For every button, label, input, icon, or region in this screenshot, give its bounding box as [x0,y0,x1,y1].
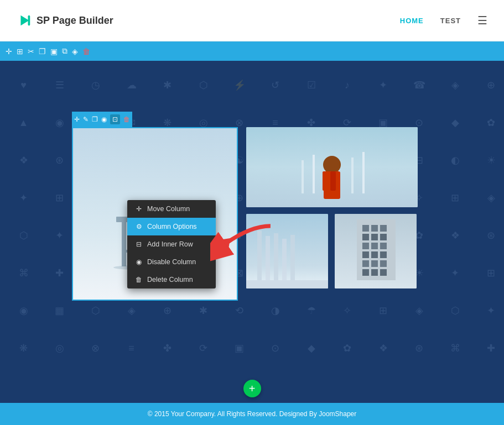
duplicate-toolbar-icon[interactable]: ❐ [39,47,46,56]
svg-rect-29 [362,234,369,240]
context-menu: ✛ Move Column ⚙ Column Options ⊟ Add Inn… [127,200,216,288]
menu-move-column-label: Move Column [147,205,190,213]
svg-rect-33 [371,243,378,249]
canvas: ♥☰◷ ☁✱⬡ ⚡↺☑ ♪✦☎ ◈⊕ ▲◉⊞ ✉❋◎ ⊗≡✤ ⟳▣⊙ ◆✿ ❖⊛… [0,61,504,403]
cut-toolbar-icon[interactable]: ✂ [28,47,34,56]
col-delete-icon[interactable]: 🗑 [123,116,130,123]
svg-rect-36 [371,251,378,258]
svg-rect-27 [371,225,378,232]
svg-rect-23 [246,280,328,288]
svg-rect-38 [362,260,369,267]
svg-rect-31 [380,234,387,240]
photo-small-2 [335,214,417,288]
svg-rect-20 [274,233,278,283]
menu-delete-column-label: Delete Column [147,276,193,284]
col-visibility-icon[interactable]: ◉ [101,116,107,123]
menu-column-options-label: Column Options [147,223,197,230]
delete-column-icon: 🗑 [135,276,143,284]
add-row-icon: + [249,382,256,395]
copy-toolbar-icon[interactable]: ⧉ [62,46,67,56]
menu-disable-column[interactable]: ◉ Disable Column [127,253,216,271]
menu-move-column[interactable]: ✛ Move Column [127,200,216,218]
nav-home[interactable]: HOME [400,17,424,25]
nav-test[interactable]: TEST [440,17,461,25]
footer-text: © 2015 Your Company. All Rights Reserved… [148,410,357,418]
svg-rect-39 [371,260,378,267]
svg-rect-15 [323,171,328,191]
column-options-icon: ⚙ [135,223,143,230]
svg-rect-9 [302,160,304,193]
logo: SP Page Builder [17,13,113,28]
menu-add-inner-row-label: Add Inner Row [147,240,193,248]
logo-icon [17,13,32,28]
svg-rect-28 [380,225,387,232]
svg-rect-34 [380,243,387,249]
add-row-button[interactable]: + [243,380,261,397]
header: SP Page Builder HOME TEST ☰ [0,0,504,41]
col-options-icon[interactable]: ⊡ [110,114,120,124]
svg-rect-26 [362,225,369,232]
svg-rect-43 [380,269,387,276]
svg-rect-32 [362,243,369,249]
photo-small-1 [246,214,328,288]
link-toolbar-icon[interactable]: ◈ [72,47,78,56]
column-2 [246,127,496,301]
svg-rect-19 [266,236,270,283]
column-1-toolbar: ✛ ✎ ❐ ◉ ⊡ 🗑 [72,112,132,127]
svg-rect-40 [380,260,387,267]
delete-toolbar-icon[interactable]: 🗑 [82,47,90,56]
menu-add-inner-row[interactable]: ⊟ Add Inner Row [127,235,216,253]
footer: © 2015 Your Company. All Rights Reserved… [0,403,504,425]
disable-column-icon: ◉ [135,258,143,266]
photo-large [246,127,418,207]
move-toolbar-icon[interactable]: ✛ [6,47,12,56]
svg-point-13 [323,156,341,174]
svg-rect-16 [330,171,336,191]
columns-toolbar-icon[interactable]: ⊞ [17,47,23,56]
svg-rect-4 [122,222,126,266]
col-duplicate-icon[interactable]: ❐ [92,116,98,123]
menu-column-options[interactable]: ⚙ Column Options [127,218,216,235]
hamburger-icon[interactable]: ☰ [477,14,487,27]
logo-text: SP Page Builder [37,15,113,27]
svg-rect-42 [371,269,378,276]
add-inner-row-icon: ⊟ [135,240,143,248]
svg-rect-1 [28,15,30,26]
svg-rect-21 [282,239,287,283]
svg-rect-18 [257,230,262,283]
svg-rect-10 [313,155,315,193]
svg-marker-0 [20,15,29,26]
svg-rect-41 [362,269,369,276]
menu-delete-column[interactable]: 🗑 Delete Column [127,271,216,288]
svg-rect-22 [290,235,295,283]
col-edit-icon[interactable]: ✎ [83,116,89,123]
image-toolbar-icon[interactable]: ▣ [50,47,58,56]
svg-rect-12 [362,152,365,193]
photo-row [246,214,496,288]
svg-rect-30 [371,234,378,240]
col-move-icon[interactable]: ✛ [74,116,80,123]
svg-rect-37 [380,251,387,258]
move-column-icon: ✛ [135,205,143,213]
menu-disable-column-label: Disable Column [147,258,196,266]
svg-rect-11 [351,158,354,193]
nav: HOME TEST ☰ [400,14,487,27]
svg-rect-35 [362,251,369,258]
row-toolbar: ✛ ⊞ ✂ ❐ ▣ ⧉ ◈ 🗑 [0,41,504,61]
